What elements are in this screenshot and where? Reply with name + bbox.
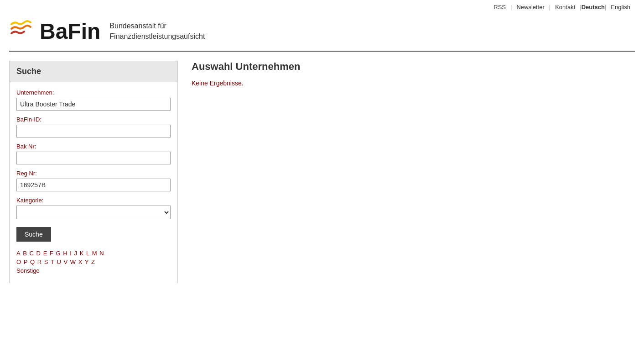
bak-nr-group: Bak Nr: [16, 143, 171, 164]
alpha-N[interactable]: N [99, 250, 104, 257]
bafin-logo-waves-icon [9, 19, 34, 44]
bafin-logo-text: BaFin [40, 21, 100, 42]
sidebar-title: Suche [10, 61, 177, 82]
alpha-H[interactable]: H [63, 250, 67, 257]
deutsch-lang[interactable]: Deutsch [582, 4, 605, 11]
sidebar-form: Unternehmen: BaFin-ID: Bak Nr: Reg Nr: K… [10, 82, 177, 283]
alpha-Y[interactable]: Y [85, 259, 89, 265]
reg-nr-input[interactable] [16, 179, 171, 191]
alpha-R[interactable]: R [37, 259, 42, 265]
alpha-C[interactable]: C [30, 250, 34, 257]
main-layout: Suche Unternehmen: BaFin-ID: Bak Nr: Reg… [9, 61, 635, 283]
alpha-D[interactable]: D [36, 250, 41, 257]
alpha-E[interactable]: E [43, 250, 47, 257]
search-button[interactable]: Suche [16, 227, 51, 242]
alpha-J[interactable]: J [74, 250, 78, 257]
alpha-row-2: O P Q R S T U V W X Y Z [16, 259, 171, 265]
bak-nr-input[interactable] [16, 152, 171, 164]
kategorie-select[interactable] [16, 206, 171, 219]
alpha-P[interactable]: P [24, 259, 28, 265]
alpha-F[interactable]: F [50, 250, 53, 257]
unternehmen-group: Unternehmen: [16, 89, 171, 111]
reg-nr-label: Reg Nr: [16, 170, 171, 177]
header: BaFin Bundesanstalt für Finanzdienstleis… [0, 14, 644, 51]
alpha-W[interactable]: W [70, 259, 76, 265]
content-title: Auswahl Unternehmen [192, 61, 621, 73]
alpha-Z[interactable]: Z [91, 259, 95, 265]
sidebar: Suche Unternehmen: BaFin-ID: Bak Nr: Reg… [9, 61, 178, 283]
logo-container: BaFin [9, 19, 100, 44]
alpha-K[interactable]: K [80, 250, 84, 257]
alpha-S[interactable]: S [44, 259, 48, 265]
bafin-id-input[interactable] [16, 125, 171, 137]
subtitle-line1: Bundesanstalt für [109, 21, 205, 31]
alpha-L[interactable]: L [86, 250, 89, 257]
alpha-X[interactable]: X [78, 259, 83, 265]
header-divider [9, 51, 635, 52]
alpha-B[interactable]: B [23, 250, 27, 257]
rss-link[interactable]: RSS [489, 4, 510, 11]
main-content: Auswahl Unternehmen Keine Ergebnisse. [178, 61, 635, 283]
newsletter-link[interactable]: Newsletter [512, 4, 549, 11]
bak-nr-label: Bak Nr: [16, 143, 171, 150]
alpha-O[interactable]: O [16, 259, 21, 265]
kontakt-link[interactable]: Kontakt [551, 4, 580, 11]
alpha-T[interactable]: T [51, 259, 54, 265]
bafin-id-group: BaFin-ID: [16, 116, 171, 137]
alpha-A[interactable]: A [16, 250, 21, 257]
alpha-M[interactable]: M [92, 250, 97, 257]
reg-nr-group: Reg Nr: [16, 170, 171, 191]
english-link[interactable]: English [606, 4, 635, 11]
bafin-id-label: BaFin-ID: [16, 116, 171, 123]
unternehmen-label: Unternehmen: [16, 89, 171, 96]
no-results-text: Keine Ergebnisse. [192, 79, 621, 87]
alpha-row-sonstige: Sonstige [16, 267, 171, 274]
alpha-nav: A B C D E F G H I J K L M N O P [16, 250, 171, 274]
kategorie-group: Kategorie: [16, 197, 171, 219]
logo-subtitle: Bundesanstalt für Finanzdienstleistungsa… [109, 21, 205, 42]
kategorie-label: Kategorie: [16, 197, 171, 204]
alpha-row-1: A B C D E F G H I J K L M N [16, 250, 171, 257]
unternehmen-input[interactable] [16, 98, 171, 111]
alpha-U[interactable]: U [57, 259, 61, 265]
alpha-Q[interactable]: Q [30, 259, 35, 265]
alpha-V[interactable]: V [63, 259, 68, 265]
top-bar: RSS | Newsletter | Kontakt | Deutsch | E… [0, 0, 644, 14]
alpha-sonstige[interactable]: Sonstige [16, 267, 40, 274]
alpha-I[interactable]: I [70, 250, 72, 257]
alpha-G[interactable]: G [56, 250, 61, 257]
subtitle-line2: Finanzdienstleistungsaufsicht [109, 32, 205, 42]
